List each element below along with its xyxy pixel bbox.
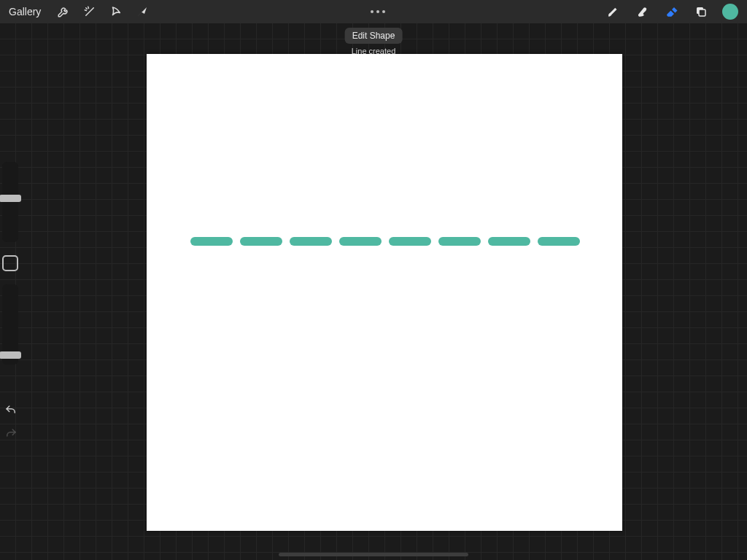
- edit-shape-button[interactable]: Edit Shape: [345, 28, 403, 44]
- arrow-icon[interactable]: [134, 4, 150, 20]
- dash-segment: [339, 237, 382, 246]
- modifier-button[interactable]: [2, 255, 18, 271]
- dash-segment: [240, 237, 282, 246]
- more-icon[interactable]: [367, 3, 389, 20]
- workspace: Edit Shape Line created: [0, 23, 747, 560]
- toolbar-right: [605, 4, 743, 20]
- home-indicator: [279, 553, 468, 556]
- brush-size-slider[interactable]: [2, 162, 18, 242]
- color-swatch[interactable]: [722, 4, 738, 20]
- top-toolbar: Gallery: [0, 0, 747, 23]
- dash-segment: [190, 237, 233, 246]
- opacity-slider[interactable]: [2, 284, 18, 365]
- dash-segment: [538, 237, 580, 246]
- svg-rect-1: [699, 9, 705, 16]
- dash-segment: [389, 237, 431, 246]
- gallery-button[interactable]: Gallery: [4, 6, 45, 18]
- dash-segment: [438, 237, 481, 246]
- undo-redo-group: [3, 402, 20, 449]
- status-text: Line created: [352, 47, 396, 55]
- eraser-icon[interactable]: [664, 4, 680, 20]
- side-panel: [0, 162, 20, 365]
- shape-popover: Edit Shape Line created: [345, 28, 403, 55]
- dashed-stroke[interactable]: [190, 237, 580, 246]
- smudge-icon[interactable]: [635, 4, 651, 20]
- undo-button[interactable]: [3, 402, 19, 419]
- toolbar-left: Gallery: [4, 4, 150, 20]
- opacity-thumb[interactable]: [0, 351, 21, 359]
- brush-icon[interactable]: [605, 4, 622, 20]
- canvas[interactable]: [147, 54, 622, 531]
- redo-button[interactable]: [3, 426, 19, 442]
- brush-size-thumb[interactable]: [0, 195, 21, 202]
- selection-icon[interactable]: [108, 4, 124, 20]
- dash-segment: [488, 237, 530, 246]
- wrench-icon[interactable]: [55, 4, 71, 20]
- toolbar-center: [150, 3, 605, 20]
- layers-icon[interactable]: [693, 4, 709, 20]
- dash-segment: [290, 237, 332, 246]
- wand-icon[interactable]: [82, 4, 98, 20]
